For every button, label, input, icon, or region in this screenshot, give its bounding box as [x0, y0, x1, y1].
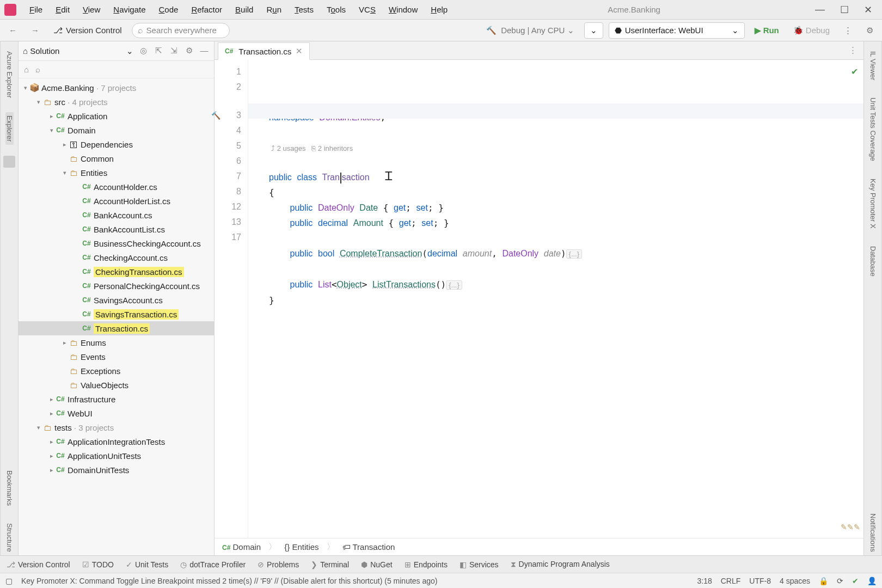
solution-tree: ▾📦Acme.Banking · 7 projects ▾🗀src · 4 pr… [19, 78, 214, 555]
maximize-icon[interactable]: ☐ [840, 4, 849, 16]
bottom-dpa[interactable]: Dynamic Program Analysis [511, 560, 610, 569]
file-accountholderlist[interactable]: C#AccountHolderList.cs [19, 194, 214, 208]
azure-explorer-tab[interactable]: Azure Explorer [5, 48, 14, 101]
minimize-icon[interactable]: — [815, 4, 825, 16]
menu-window[interactable]: Window [383, 3, 423, 16]
menu-edit[interactable]: Edit [50, 3, 75, 16]
menu-view[interactable]: View [77, 3, 106, 16]
menu-refactor[interactable]: Refactor [186, 3, 228, 16]
code-editor[interactable]: ✔ namespace Domain.Entities; ⤴ 2 usages … [248, 60, 863, 538]
menu-tests[interactable]: Tests [289, 3, 319, 16]
more-icon[interactable]: ⋮ [840, 23, 856, 38]
key-promoter-tab[interactable]: Key Promoter X [869, 175, 877, 232]
bottom-endpoints[interactable]: Endpoints [405, 560, 448, 569]
bottom-todo[interactable]: TODO [82, 560, 114, 569]
menu-help[interactable]: Help [425, 3, 453, 16]
search-icon[interactable]: ⌕ [35, 65, 40, 74]
build-dropdown-button[interactable]: ⌄ [584, 22, 603, 39]
explorer-icon[interactable] [3, 156, 15, 168]
file-bankaccount[interactable]: C#BankAccount.cs [19, 208, 214, 222]
folder-entities[interactable]: ▾🗀Entities [19, 166, 214, 180]
menu-run[interactable]: Run [261, 3, 287, 16]
crumb-domain[interactable]: C# Domain [222, 542, 261, 552]
crumb-transaction[interactable]: 🏷 Transaction [342, 542, 395, 552]
bottom-version-control[interactable]: Version Control [7, 560, 70, 569]
editor-tab-transaction[interactable]: C# Transaction.cs ✕ [218, 42, 310, 60]
status-encoding[interactable]: UTF-8 [749, 577, 771, 585]
solution-dropdown-icon[interactable]: ⌄ [126, 46, 133, 56]
project-domain[interactable]: ▾C#Domain [19, 123, 214, 137]
bottom-terminal[interactable]: Terminal [311, 560, 349, 569]
menu-tools[interactable]: Tools [321, 3, 351, 16]
build-config-dropdown[interactable]: Debug | Any CPU ⌄ [482, 23, 578, 38]
bottom-problems[interactable]: Problems [258, 560, 299, 569]
file-businesschecking[interactable]: C#BusinessCheckingAccount.cs [19, 236, 214, 250]
menu-navigate[interactable]: Navigate [108, 3, 151, 16]
close-icon[interactable]: ✕ [864, 4, 872, 16]
settings-icon[interactable]: ⚙ [862, 23, 878, 38]
menu-code[interactable]: Code [154, 3, 184, 16]
folder-enums[interactable]: ▸🗀Enums [19, 335, 214, 350]
file-savingstransaction[interactable]: C#SavingsTransaction.cs [19, 307, 214, 321]
tab-close-icon[interactable]: ✕ [296, 46, 303, 56]
hide-icon[interactable]: — [199, 46, 210, 57]
project-application[interactable]: ▸C#Application [19, 109, 214, 123]
status-profile-icon[interactable]: 👤 [867, 577, 877, 585]
project-infrastructure[interactable]: ▸C#Infrastructure [19, 392, 214, 406]
project-webui[interactable]: ▸C#WebUI [19, 406, 214, 420]
status-eol[interactable]: CRLF [721, 577, 741, 585]
bottom-dottrace[interactable]: dotTrace Profiler [180, 560, 246, 569]
nav-forward-icon[interactable]: → [27, 23, 44, 37]
menu-build[interactable]: Build [230, 3, 259, 16]
status-caret-pos[interactable]: 3:18 [697, 577, 712, 585]
bookmarks-tab[interactable]: Bookmarks [5, 467, 14, 509]
folder-tests[interactable]: ▾🗀tests · 3 projects [19, 420, 214, 434]
expand-icon[interactable]: ⇲ [168, 46, 179, 57]
explorer-tab[interactable]: Explorer [5, 112, 14, 145]
status-lock-icon[interactable]: 🔒 [819, 577, 828, 585]
bottom-nuget[interactable]: NuGet [361, 560, 392, 569]
project-domainunittests[interactable]: ▸C#DomainUnitTests [19, 463, 214, 477]
tab-more-icon[interactable]: ⋮ [842, 41, 863, 59]
project-appinttests[interactable]: ▸C#ApplicationIntegrationTests [19, 434, 214, 449]
run-config-dropdown[interactable]: ⬣UserInterface: WebUI⌄ [609, 22, 745, 39]
file-savingsaccount[interactable]: C#SavingsAccount.cs [19, 293, 214, 307]
home-icon[interactable]: ⌂ [24, 65, 29, 74]
folder-common[interactable]: 🗀Common [19, 151, 214, 166]
structure-tab[interactable]: Structure [5, 520, 14, 555]
folder-events[interactable]: 🗀Events [19, 350, 214, 364]
solution-root[interactable]: ▾📦Acme.Banking · 7 projects [19, 81, 214, 95]
crumb-entities[interactable]: {} Entities [284, 542, 318, 552]
folder-src[interactable]: ▾🗀src · 4 projects [19, 95, 214, 109]
gear-icon[interactable]: ⚙ [183, 46, 194, 57]
status-indent[interactable]: 4 spaces [780, 577, 810, 585]
target-icon[interactable]: ◎ [138, 46, 149, 57]
nav-back-icon[interactable]: ← [4, 23, 21, 37]
project-appunittests[interactable]: ▸C#ApplicationUnitTests [19, 449, 214, 463]
file-checkingtransaction[interactable]: C#CheckingTransaction.cs [19, 265, 214, 279]
run-button[interactable]: Run [750, 23, 783, 38]
solution-header[interactable]: Solution [23, 46, 122, 56]
file-bankaccountlist[interactable]: C#BankAccountList.cs [19, 222, 214, 236]
folder-valueobjects[interactable]: 🗀ValueObjects [19, 378, 214, 392]
bottom-unit-tests[interactable]: Unit Tests [126, 560, 168, 569]
file-checkingaccount[interactable]: C#CheckingAccount.cs [19, 250, 214, 265]
file-personalchecking[interactable]: C#PersonalCheckingAccount.cs [19, 279, 214, 293]
file-accountholder[interactable]: C#AccountHolder.cs [19, 180, 214, 194]
status-ok-icon[interactable]: ✔ [852, 577, 859, 585]
notifications-tab[interactable]: Notifications [869, 510, 877, 555]
database-tab[interactable]: Database [869, 243, 877, 280]
il-viewer-tab[interactable]: IL Viewer [869, 48, 877, 83]
bottom-services[interactable]: Services [460, 560, 499, 569]
folder-exceptions[interactable]: 🗀Exceptions [19, 364, 214, 378]
collapse-icon[interactable]: ⇱ [153, 46, 164, 57]
debug-button[interactable]: Debug [789, 23, 834, 38]
unit-tests-coverage-tab[interactable]: Unit Tests Coverage [869, 94, 877, 164]
search-everywhere-input[interactable]: Search everywhere [132, 23, 230, 38]
version-control-button[interactable]: Version Control [49, 23, 126, 38]
status-sync-icon[interactable]: ⟳ [837, 577, 843, 585]
file-transaction[interactable]: C#Transaction.cs [19, 321, 214, 335]
menu-file[interactable]: File [24, 3, 48, 16]
menu-vcs[interactable]: VCS [353, 3, 381, 16]
folder-dependencies[interactable]: ▸⚿Dependencies [19, 137, 214, 151]
